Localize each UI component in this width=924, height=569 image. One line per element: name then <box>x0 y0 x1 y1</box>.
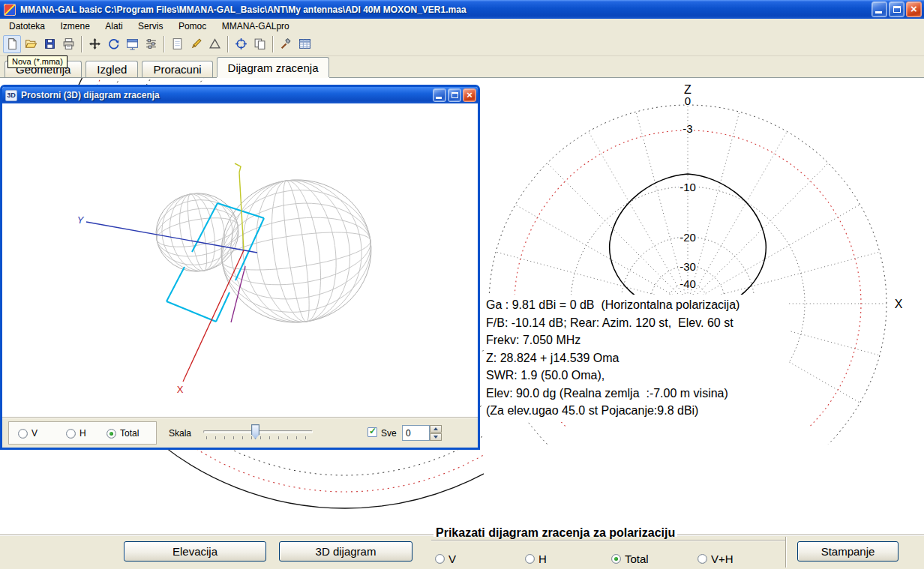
new-sheet-button[interactable] <box>168 35 186 53</box>
result-elev-gain: (Za elev.ugao 45.0 st Pojacanje:9.8 dBi) <box>486 402 789 420</box>
tab-izgled[interactable]: Izgled <box>86 61 138 77</box>
open-file-icon <box>25 37 38 50</box>
toolbar-separator <box>164 36 165 52</box>
move-icon <box>88 37 101 50</box>
rotate-3d-icon <box>107 37 120 50</box>
plot3d-window-title: Prostorni (3D) dijagram zracenja <box>21 90 431 100</box>
ring-label-40: -40 <box>680 277 696 290</box>
toolbar-separator <box>227 36 229 52</box>
radio-circle-selected <box>106 429 116 439</box>
new-sheet-icon <box>171 37 184 50</box>
group-box-line <box>431 540 785 541</box>
x-axis-3d <box>183 250 244 382</box>
copy-image-button[interactable] <box>250 35 268 53</box>
new-document-button[interactable] <box>3 35 21 53</box>
y-axis-label-3d: Y <box>77 214 85 226</box>
radio-circle-selected <box>611 554 621 564</box>
export-window-icon <box>126 37 139 50</box>
triangle-element-button[interactable] <box>206 35 224 53</box>
window-title: MMANA-GAL basic C:\Program Files\MMANA-G… <box>20 4 870 15</box>
radio-v[interactable]: V <box>435 553 456 565</box>
toolbar-separator <box>272 36 274 52</box>
radio-total-3d[interactable]: Total <box>106 428 139 439</box>
radio-v-plus-h[interactable]: V+H <box>698 553 734 565</box>
center-view-button[interactable] <box>232 35 250 53</box>
spin-buttons <box>430 425 442 441</box>
menu-alati[interactable]: Alati <box>99 19 128 31</box>
tab-proracuni[interactable]: Proracuni <box>142 61 212 77</box>
plot3d-minimize-button[interactable] <box>433 88 446 102</box>
optimize-tools-button[interactable] <box>277 35 295 53</box>
export-window-button[interactable] <box>123 35 141 53</box>
radio-h-3d[interactable]: H <box>66 428 86 439</box>
menu-izmene[interactable]: Izmene <box>54 19 95 31</box>
plot3d-button[interactable]: 3D dijagram <box>279 541 412 562</box>
plot3d-maximize-button[interactable] <box>448 88 461 102</box>
bottom-panel: Elevacija 3D dijagram Prikazati dijagram… <box>0 535 924 569</box>
table-view-button[interactable] <box>296 35 314 53</box>
radiation-pattern-3d-view[interactable]: Y X <box>2 103 478 418</box>
app-icon <box>4 4 16 16</box>
ring-label-20: -20 <box>680 231 696 244</box>
radio-circle <box>698 554 707 564</box>
plot3d-close-button[interactable] <box>463 88 476 102</box>
ring-label-3: -3 <box>682 122 692 135</box>
window-titlebar[interactable]: MMANA-GAL basic C:\Program Files\MMANA-G… <box>0 0 924 19</box>
close-button[interactable] <box>906 1 922 17</box>
radio-v-label: V <box>32 428 38 439</box>
result-gain: Ga : 9.81 dBi = 0 dB (Horizontalna polar… <box>486 296 789 314</box>
radio-circle <box>525 554 535 564</box>
minimize-icon <box>875 11 882 13</box>
elevation-button[interactable]: Elevacija <box>124 541 266 562</box>
optimize-tools-icon <box>280 37 292 50</box>
plot3d-control-strip: V H Total Skala Sve <box>2 418 478 448</box>
save-file-button[interactable] <box>40 35 58 53</box>
spin-up-button[interactable] <box>430 425 442 433</box>
menu-bar: Datoteka Izmene Alati Servis Pomoc MMANA… <box>0 19 924 32</box>
radio-h[interactable]: H <box>525 553 547 565</box>
ring-label-10: -10 <box>680 181 696 193</box>
x-axis-label: X <box>895 298 903 310</box>
radio-v-plus-h-label: V+H <box>711 553 734 565</box>
center-view-icon <box>235 37 248 50</box>
angle-spin-input[interactable] <box>402 425 430 441</box>
radio-v-3d[interactable]: V <box>18 428 38 439</box>
ring-label-0: 0 <box>685 94 691 107</box>
edit-wire-button[interactable] <box>187 35 205 53</box>
rotate-3d-button[interactable] <box>104 35 122 53</box>
minimize-button[interactable] <box>872 1 887 17</box>
plot3d-window: 3D Prostorni (3D) dijagram zracenja <box>0 85 480 450</box>
menu-datoteka[interactable]: Datoteka <box>3 19 51 31</box>
radio-h-label: H <box>80 428 86 439</box>
antenna-wires <box>166 203 264 322</box>
radio-total[interactable]: Total <box>611 553 649 565</box>
up-arrow-icon <box>434 427 438 430</box>
radio-circle <box>66 429 76 439</box>
plot3d-titlebar[interactable]: 3D Prostorni (3D) dijagram zracenja <box>2 87 478 103</box>
elevation-panel: Z 0 -3 -10 -20 -30 -40 X Ga : 9.81 dBi =… <box>484 78 924 535</box>
result-impedance: Z: 28.824 + j14.539 Oma <box>486 349 789 367</box>
open-file-button[interactable] <box>22 35 40 53</box>
copy-image-icon <box>254 37 266 50</box>
move-button[interactable] <box>86 35 104 53</box>
tab-dijagram-zracenja[interactable]: Dijagram zracenja <box>217 57 330 77</box>
print-button[interactable] <box>59 35 77 53</box>
sve-checkbox[interactable] <box>368 427 377 437</box>
menu-servis[interactable]: Servis <box>132 19 169 31</box>
x-axis-label-3d: X <box>177 384 184 395</box>
maximize-button[interactable] <box>889 1 904 17</box>
plot3d-window-icon: 3D <box>5 90 17 101</box>
maximize-icon <box>893 6 901 13</box>
toolbar-separator <box>81 36 82 52</box>
result-swr: SWR: 1.9 (50.0 Oma), <box>486 367 789 385</box>
display-options-button[interactable] <box>142 35 160 53</box>
vertical-separator <box>785 537 787 568</box>
radio-h-label: H <box>538 553 547 565</box>
spin-down-button[interactable] <box>430 433 442 441</box>
menu-mmana-galpro[interactable]: MMANA-GALpro <box>216 19 296 31</box>
menu-pomoc[interactable]: Pomoc <box>172 19 212 31</box>
calculation-results: Ga : 9.81 dBi = 0 dB (Horizontalna polar… <box>484 295 789 422</box>
triangle-element-icon <box>208 37 221 50</box>
print-chart-button[interactable]: Stampanje <box>797 541 898 562</box>
maximize-icon <box>452 92 458 98</box>
